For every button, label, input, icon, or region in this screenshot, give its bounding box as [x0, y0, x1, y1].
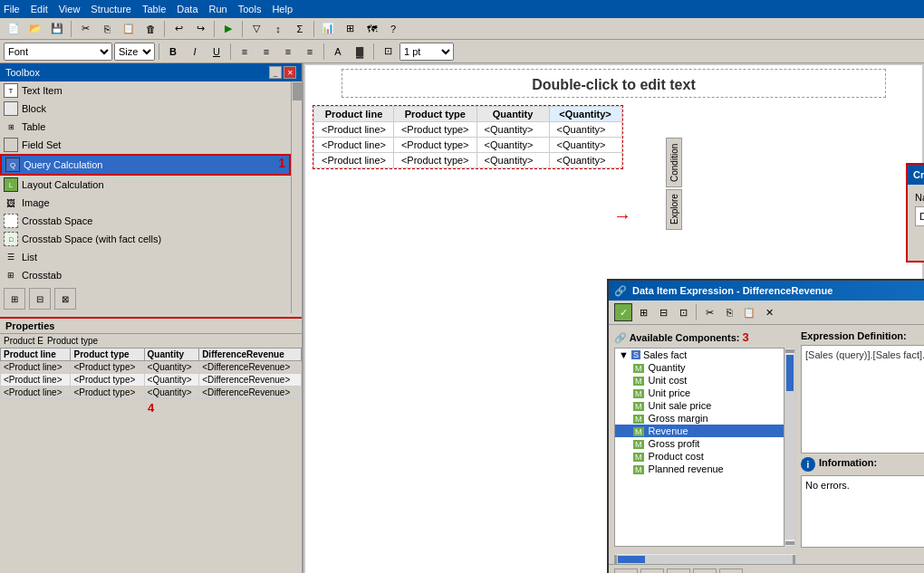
tree-root-sales-fact[interactable]: ▼ S Sales fact: [615, 349, 784, 361]
filter-btn[interactable]: ▽: [246, 19, 266, 39]
horiz-scrollbar[interactable]: [614, 553, 795, 564]
menu-table[interactable]: Table: [142, 4, 166, 14]
new-btn[interactable]: 📄: [4, 19, 24, 39]
bottom-btn-3[interactable]: ⊠: [667, 568, 690, 573]
crosstab-space-icon: [4, 214, 18, 228]
sort-btn[interactable]: ↕: [268, 19, 288, 39]
condition-tab[interactable]: Condition: [666, 138, 682, 187]
cut-btn[interactable]: ✂: [75, 19, 95, 39]
font-select[interactable]: Font: [4, 43, 112, 61]
underline-btn[interactable]: U: [207, 42, 226, 62]
expr-check-btn[interactable]: ✓: [614, 303, 632, 321]
tree-item-product-cost[interactable]: M Product cost: [615, 450, 784, 463]
align-justify-btn[interactable]: ≡: [300, 42, 320, 62]
toolbox-item-layout-calc[interactable]: L Layout Calculation: [0, 176, 291, 194]
toolbox-item-image[interactable]: 🖼 Image: [0, 194, 291, 212]
tree-item-unit-sale-price[interactable]: M Unit sale price: [615, 399, 784, 412]
measure-icon-qty: M: [633, 364, 644, 373]
toolbox-item-crosstab-space-fact[interactable]: □ Crosstab Space (with fact cells): [0, 230, 291, 248]
col-product-line: Product line: [1, 349, 71, 361]
toolbox-item-list[interactable]: ☰ List: [0, 248, 291, 266]
map-btn[interactable]: 🗺: [361, 19, 381, 39]
tree-item-planned-revenue[interactable]: M Planned revenue: [615, 463, 784, 475]
toolbox-item-query-calc[interactable]: Q Query Calculation 1: [0, 154, 291, 176]
icon-btn-1[interactable]: ⊞: [4, 288, 25, 310]
bottom-btn-5[interactable]: ≡: [719, 568, 743, 573]
save-btn[interactable]: 💾: [47, 19, 67, 39]
delete-btn[interactable]: 🗑: [140, 19, 160, 39]
menu-data[interactable]: Data: [177, 4, 197, 14]
align-right-btn[interactable]: ≡: [278, 42, 298, 62]
redo-btn[interactable]: ↪: [190, 19, 210, 39]
run-btn[interactable]: ▶: [218, 19, 238, 39]
menu-structure[interactable]: Structure: [91, 4, 131, 14]
sales-fact-icon: S: [631, 350, 640, 359]
expr-btn-2[interactable]: ⊞: [634, 303, 652, 321]
toolbox-minimize-btn[interactable]: _: [269, 66, 282, 79]
menu-help[interactable]: Help: [272, 4, 293, 14]
bottom-btn-4[interactable]: ⊡: [693, 568, 717, 573]
toolbox-item-text[interactable]: T Text Item: [0, 81, 291, 100]
menu-view[interactable]: View: [59, 4, 81, 14]
expression-definition-panel[interactable]: [Sales (query)].[Sales fact].[Planned re…: [801, 345, 924, 454]
table-btn[interactable]: ⊞: [340, 19, 360, 39]
tree-scroll-up: [785, 349, 794, 353]
italic-btn[interactable]: I: [185, 42, 205, 62]
border-btn[interactable]: ⊡: [378, 42, 398, 62]
toolbox-item-crosstab[interactable]: ⊞ Crosstab: [0, 266, 291, 284]
align-left-btn[interactable]: ≡: [235, 42, 255, 62]
toolbox-scrollbar[interactable]: [291, 81, 302, 313]
toolbox-close-btn[interactable]: ✕: [284, 66, 296, 79]
icon-btn-3[interactable]: ⊠: [54, 288, 76, 310]
open-btn[interactable]: 📂: [25, 19, 45, 39]
properties-header: Properties: [0, 319, 302, 334]
expr-btn-4[interactable]: ⊡: [674, 303, 692, 321]
fg-color-btn[interactable]: A: [328, 42, 348, 62]
cell-q-1: <Quantity>: [144, 361, 199, 374]
menu-run[interactable]: Run: [209, 4, 227, 14]
expr-paste-btn[interactable]: 📋: [740, 303, 758, 321]
toolbox-item-table[interactable]: ⊞ Table: [0, 118, 291, 136]
create-calc-name-input[interactable]: [915, 206, 924, 226]
sep1: [71, 21, 72, 37]
expr-delete-btn[interactable]: ✕: [760, 303, 778, 321]
chart-btn[interactable]: 📊: [318, 19, 338, 39]
font-sep4: [373, 43, 374, 60]
tree-item-quantity[interactable]: M Quantity: [615, 361, 784, 374]
expr-btn-3[interactable]: ⊟: [654, 303, 672, 321]
bold-btn[interactable]: B: [163, 42, 183, 62]
expr-cut-btn[interactable]: ✂: [700, 303, 718, 321]
expr-copy-btn[interactable]: ⎘: [720, 303, 738, 321]
bg-color-btn[interactable]: ▓: [350, 42, 370, 62]
tree-item-revenue[interactable]: M Revenue: [615, 425, 784, 437]
toolbox-item-crosstab-space[interactable]: Crosstab Space: [0, 212, 291, 230]
size-select[interactable]: Size: [114, 43, 155, 61]
table-row: <Product line> <Product type> <Quantity>…: [1, 361, 302, 374]
undo-btn[interactable]: ↩: [168, 19, 188, 39]
menu-edit[interactable]: Edit: [31, 4, 48, 14]
icon-btn-2[interactable]: ⊟: [29, 288, 51, 310]
tree-panel[interactable]: ▼ S Sales fact M Quantity M Unit cost: [614, 348, 784, 547]
tree-item-gross-profit[interactable]: M Gross profit: [615, 437, 784, 450]
r-q2-2: <Quantity>: [549, 138, 621, 153]
copy-btn[interactable]: ⎘: [97, 19, 117, 39]
tree-item-gross-margin[interactable]: M Gross margin: [615, 412, 784, 425]
explore-tab[interactable]: Explore: [666, 189, 682, 230]
query-btn[interactable]: ?: [383, 19, 403, 39]
menu-tools[interactable]: Tools: [238, 4, 262, 14]
toolbox-item-fieldset[interactable]: Field Set: [0, 136, 291, 154]
tree-item-unit-price[interactable]: M Unit price: [615, 387, 784, 399]
tree-scrollbar[interactable]: [784, 348, 795, 547]
line-style-select[interactable]: 1 pt: [399, 43, 454, 61]
sum-btn[interactable]: Σ: [290, 19, 310, 39]
menu-file[interactable]: File: [4, 4, 20, 14]
bottom-btn-1[interactable]: ⊞: [614, 568, 638, 573]
align-center-btn[interactable]: ≡: [256, 42, 276, 62]
toolbox-item-block[interactable]: Block: [0, 100, 291, 118]
paste-btn[interactable]: 📋: [119, 19, 139, 39]
create-calc-buttons: OK Cancel: [915, 234, 924, 253]
bottom-btn-2[interactable]: ⊟: [640, 568, 664, 573]
tree-item-unit-cost[interactable]: M Unit cost: [615, 374, 784, 387]
double-click-text[interactable]: Double-click to edit text: [342, 69, 886, 98]
measure-icon-uc: M: [633, 377, 644, 386]
